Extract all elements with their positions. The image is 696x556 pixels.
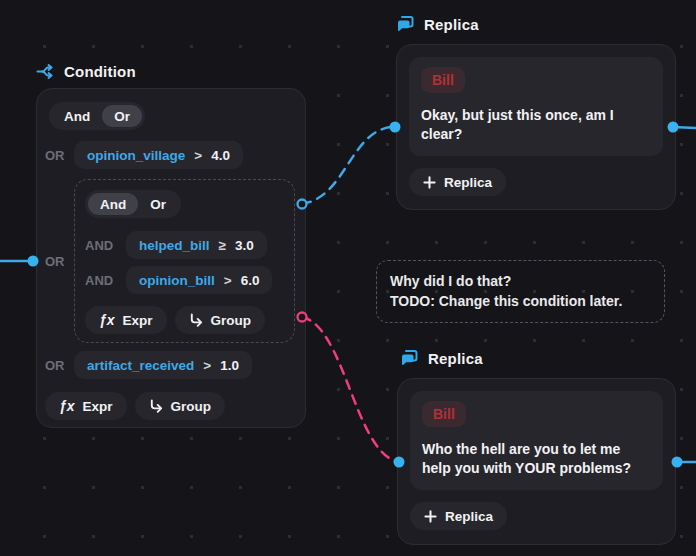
expression-pill[interactable]: helped_bill ≥ 3.0: [126, 231, 267, 259]
add-replica-button[interactable]: Replica: [410, 502, 507, 530]
speaker-badge[interactable]: Bill: [421, 67, 465, 93]
condition-node[interactable]: And Or OR opinion_village > 4.0 OR And O…: [36, 88, 306, 428]
connector-label: AND: [85, 273, 119, 288]
comment-line: Why did I do that?: [390, 271, 651, 291]
wire-pink-dashed: [302, 317, 395, 461]
replica-chat-icon: [400, 349, 419, 367]
replica-message-card[interactable]: Bill Okay, but just this once, am I clea…: [409, 57, 663, 156]
replica-node-bottom[interactable]: Bill Who the hell are you to let me help…: [397, 378, 676, 545]
expression-operator: >: [224, 273, 232, 288]
toggle-and-option-selected[interactable]: And: [88, 193, 138, 215]
connector-label: OR: [45, 148, 67, 163]
replica-node-header: Replica: [396, 15, 479, 33]
expression-pill[interactable]: opinion_village > 4.0: [74, 141, 243, 169]
expression-variable: opinion_bill: [139, 273, 215, 288]
add-expr-button[interactable]: ƒx Expr: [45, 392, 127, 420]
connector-label: OR: [45, 254, 67, 269]
fx-icon: ƒx: [59, 398, 75, 414]
replica-message-card[interactable]: Bill Who the hell are you to let me help…: [410, 391, 663, 490]
expression-value: 6.0: [241, 273, 260, 288]
expression-pill[interactable]: artifact_received > 1.0: [74, 351, 252, 379]
add-group-button[interactable]: Group: [175, 306, 266, 334]
nested-group-icon: [149, 399, 163, 413]
replica-text[interactable]: Who the hell are you to let me help you …: [422, 440, 637, 478]
wire-cyan-dashed: [302, 127, 391, 204]
replica-chat-icon: [396, 15, 415, 33]
add-expr-button[interactable]: ƒx Expr: [85, 306, 167, 334]
plus-icon: [423, 176, 436, 189]
wire-outgoing-top: [673, 127, 696, 128]
node-editor-canvas[interactable]: Condition And Or OR opinion_village > 4.…: [0, 0, 696, 556]
connector-label: OR: [45, 358, 67, 373]
replica-node-title: Replica: [428, 350, 483, 367]
subgroup-andor-toggle: And Or: [85, 190, 181, 218]
expression-operator: >: [194, 148, 202, 163]
nested-group-icon: [189, 313, 203, 327]
expression-operator: ≥: [219, 238, 226, 253]
replica-node-header: Replica: [400, 349, 483, 367]
connector-label: AND: [85, 238, 119, 253]
toggle-and-option[interactable]: And: [52, 105, 102, 127]
expression-variable: artifact_received: [87, 358, 194, 373]
condition-andor-toggle: And Or: [49, 102, 145, 130]
speaker-badge[interactable]: Bill: [422, 401, 466, 427]
toggle-or-option[interactable]: Or: [138, 193, 178, 215]
replica-node-title: Replica: [424, 16, 479, 33]
expression-pill[interactable]: opinion_bill > 6.0: [126, 266, 272, 294]
toggle-or-option-selected[interactable]: Or: [102, 105, 142, 127]
replica-text[interactable]: Okay, but just this once, am I clear?: [421, 106, 636, 144]
condition-node-title: Condition: [64, 63, 136, 80]
expression-value: 4.0: [211, 148, 230, 163]
add-replica-button[interactable]: Replica: [409, 168, 506, 196]
add-group-button[interactable]: Group: [135, 392, 226, 420]
expression-variable: helped_bill: [139, 238, 210, 253]
expression-value: 3.0: [235, 238, 254, 253]
condition-node-header: Condition: [36, 62, 136, 81]
plus-icon: [424, 510, 437, 523]
expression-variable: opinion_village: [87, 148, 185, 163]
comment-node[interactable]: Why did I do that? TODO: Change this con…: [376, 260, 665, 323]
branch-split-icon: [36, 62, 55, 81]
expression-value: 1.0: [220, 358, 239, 373]
comment-line: TODO: Change this condition later.: [390, 291, 651, 311]
fx-icon: ƒx: [99, 312, 115, 328]
condition-subgroup[interactable]: And Or AND helped_bill ≥ 3.0 AND opinion…: [74, 179, 295, 343]
expression-operator: >: [203, 358, 211, 373]
replica-node-top[interactable]: Bill Okay, but just this once, am I clea…: [396, 44, 676, 210]
